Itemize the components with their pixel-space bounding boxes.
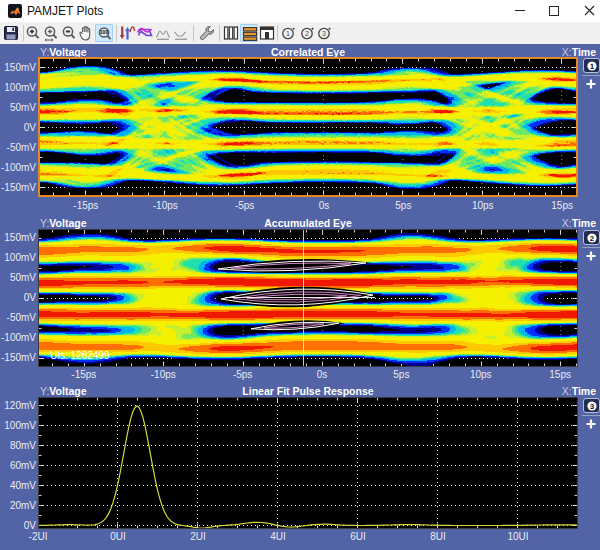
svg-text:3: 3 [590, 402, 595, 411]
svg-text:3: 3 [322, 30, 326, 37]
svg-text:1: 1 [590, 62, 595, 71]
svg-text:100: 100 [100, 29, 109, 35]
svg-text:2: 2 [590, 234, 595, 243]
svg-text:2: 2 [305, 30, 309, 37]
svg-text:1: 1 [286, 30, 290, 37]
